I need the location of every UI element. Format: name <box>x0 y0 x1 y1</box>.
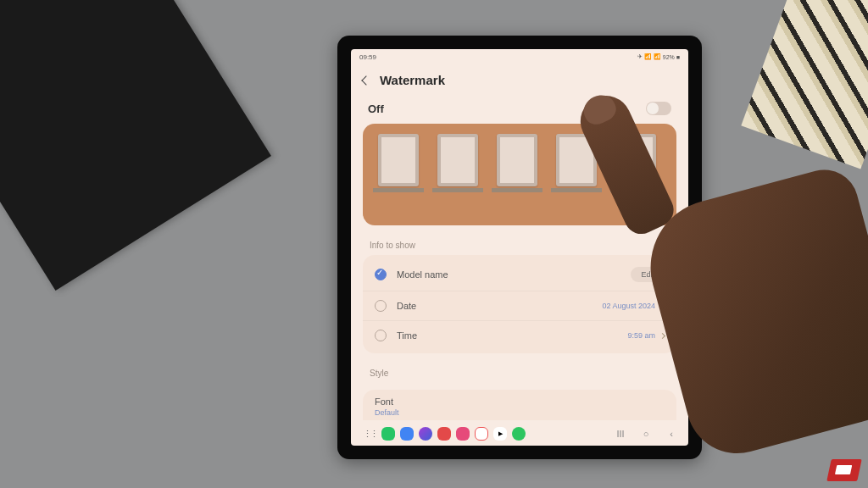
status-bar: 09:59 ✈ 📶 📶 92% ■ <box>351 49 688 64</box>
whatsapp-app-icon[interactable] <box>512 427 526 441</box>
chevron-right-icon <box>659 332 665 338</box>
messages-app-icon[interactable] <box>400 427 414 441</box>
radio-checked-icon[interactable] <box>375 269 387 280</box>
channel-logo-badge <box>826 459 862 481</box>
watermark-preview <box>363 124 676 225</box>
preview-window <box>556 134 597 186</box>
option-row-time[interactable]: Time 9:59 am <box>363 321 676 350</box>
radio-unchecked-icon[interactable] <box>375 300 387 312</box>
airplane-off-icon: ✈ <box>637 53 643 60</box>
page-title: Watermark <box>380 73 445 87</box>
nav-recents-button[interactable]: III <box>615 429 626 439</box>
option-row-model-name[interactable]: Model name Edit <box>363 258 676 291</box>
nav-back-button[interactable]: ‹ <box>666 429 676 439</box>
section-style-header: Style <box>351 353 688 383</box>
app-icon-red[interactable] <box>437 427 451 441</box>
product-box-background: Galaxy Z Fold6 <box>0 0 271 291</box>
back-icon[interactable] <box>361 75 370 85</box>
option-time-label: Time <box>397 330 627 341</box>
toggle-state-label: Off <box>368 103 384 115</box>
navigation-dock: ▶ III ○ ‹ <box>351 427 688 441</box>
app-icon-pink[interactable] <box>456 427 470 441</box>
signal-icon: 📶 📶 <box>644 53 661 60</box>
toggle-row: Off <box>351 97 688 124</box>
style-card[interactable]: Font Default <box>363 390 676 420</box>
page-header: Watermark <box>351 64 688 97</box>
youtube-app-icon[interactable] <box>475 427 488 441</box>
phone-app-icon[interactable] <box>381 427 395 441</box>
chevron-right-icon <box>659 302 665 308</box>
playstore-app-icon[interactable]: ▶ <box>493 427 507 441</box>
radio-unchecked-icon[interactable] <box>375 330 387 341</box>
option-time-value[interactable]: 9:59 am <box>627 331 665 340</box>
browser-app-icon[interactable] <box>419 427 432 441</box>
option-date-value[interactable]: 02 August 2024 <box>602 302 665 310</box>
style-font-label: Font <box>375 396 665 407</box>
section-info-header: Info to show <box>351 225 688 255</box>
nav-home-button[interactable]: ○ <box>641 429 651 439</box>
option-model-name-label: Model name <box>397 269 631 280</box>
battery-icon: ■ <box>676 54 680 60</box>
preview-window <box>615 134 656 186</box>
edit-button[interactable]: Edit <box>631 267 665 282</box>
info-options-card: Model name Edit Date 02 August 2024 Time… <box>363 255 676 353</box>
battery-percent: 92% <box>663 54 675 60</box>
option-date-label: Date <box>397 301 602 311</box>
wood-object-background <box>741 0 868 169</box>
tablet-device: 09:59 ✈ 📶 📶 92% ■ Watermark Off <box>337 36 702 459</box>
style-font-value: Default <box>375 408 665 417</box>
preview-window <box>497 134 537 186</box>
device-screen: 09:59 ✈ 📶 📶 92% ■ Watermark Off <box>351 49 688 446</box>
status-time: 09:59 <box>359 53 376 61</box>
option-row-date[interactable]: Date 02 August 2024 <box>363 291 676 321</box>
app-drawer-icon[interactable] <box>363 427 376 441</box>
preview-window <box>378 134 419 186</box>
watermark-toggle[interactable] <box>646 102 671 115</box>
preview-window <box>437 134 478 186</box>
